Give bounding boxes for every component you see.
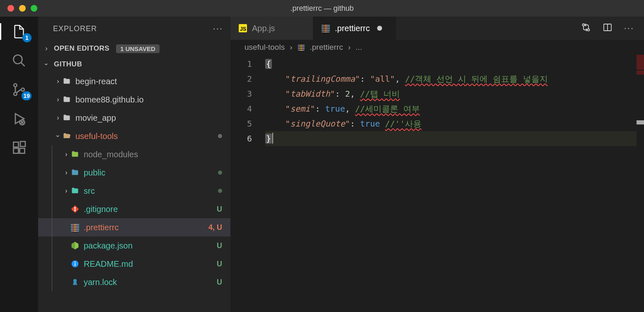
- unsaved-badge: 1 UNSAVED: [116, 44, 160, 53]
- code-line: {: [265, 56, 644, 71]
- explorer-badge: 1: [22, 33, 31, 42]
- line-number: 6: [230, 131, 265, 146]
- git-status: U: [217, 278, 222, 287]
- tree-label: package.json: [84, 241, 217, 251]
- svg-rect-7: [14, 142, 19, 147]
- tree-folder-src[interactable]: › src: [38, 182, 230, 200]
- line-number: 4: [230, 101, 265, 116]
- tree-folder-node-modules[interactable]: › node_modules: [38, 145, 230, 163]
- tree-label: public: [84, 168, 218, 178]
- chevron-right-icon: ›: [348, 43, 351, 52]
- tab-prettierrc[interactable]: .prettierrc: [313, 17, 396, 40]
- chevron-right-icon: ›: [62, 151, 70, 158]
- svg-point-3: [14, 93, 17, 96]
- yarn-icon: [70, 278, 80, 287]
- code-line: "tabWidth": 2, //탭 너비: [265, 86, 644, 101]
- editor-body[interactable]: 1 2 3 4 5 6 { "trailingComma": "all", //…: [230, 55, 644, 312]
- open-editors-label: OPEN EDITORS: [54, 44, 109, 53]
- folder-icon: [70, 168, 80, 177]
- editor-area: JS App.js .prettierrc ··· useful-tools ›…: [230, 17, 644, 312]
- svg-line-1: [21, 63, 25, 66]
- code-line: "singleQuote": true //''사용: [265, 116, 644, 131]
- maximize-window-button[interactable]: [31, 5, 37, 12]
- workspace-label: GITHUB: [54, 60, 82, 68]
- breadcrumb-rest[interactable]: ...: [356, 43, 362, 52]
- folder-icon: [62, 77, 71, 86]
- sidebar-more-icon[interactable]: ···: [213, 23, 223, 34]
- git-icon: [70, 205, 80, 214]
- compare-changes-icon[interactable]: [581, 22, 591, 34]
- breadcrumb-file[interactable]: .prettierrc: [310, 43, 343, 52]
- scm-activity-icon[interactable]: 19: [11, 81, 27, 98]
- tree-folder-begin-react[interactable]: › begin-react: [38, 72, 230, 90]
- chevron-down-icon: ›: [43, 60, 50, 68]
- tree-label: bomee88.github.io: [75, 95, 222, 105]
- prettier-icon: [322, 24, 330, 32]
- tree-label: yarn.lock: [84, 278, 217, 287]
- line-number: 2: [230, 71, 265, 86]
- minimize-window-button[interactable]: [19, 5, 26, 12]
- minimap-error-marker: [637, 55, 644, 70]
- code-content[interactable]: { "trailingComma": "all", //객체 선언 시 뒤에 쉼…: [265, 55, 644, 312]
- tree-file-prettierrc[interactable]: .prettierrc 4, U: [38, 218, 230, 236]
- close-window-button[interactable]: [7, 5, 14, 12]
- workspace-section[interactable]: › GITHUB: [38, 56, 230, 72]
- js-file-icon: JS: [239, 24, 247, 32]
- explorer-activity-icon[interactable]: 1: [11, 23, 27, 40]
- code-line: "semi": true, //세미콜론 여부: [265, 101, 644, 116]
- svg-rect-9: [20, 149, 25, 154]
- chevron-right-icon: ›: [62, 169, 70, 176]
- tab-app-js[interactable]: JS App.js: [230, 17, 313, 40]
- split-editor-icon[interactable]: [603, 22, 613, 34]
- tree-label: useful-tools: [75, 132, 218, 141]
- titlebar: .prettierrc — github: [0, 0, 644, 17]
- open-editors-section[interactable]: › OPEN EDITORS 1 UNSAVED: [38, 41, 230, 56]
- chevron-right-icon: ›: [54, 78, 62, 85]
- sidebar: EXPLORER ··· › OPEN EDITORS 1 UNSAVED › …: [38, 17, 230, 312]
- chevron-right-icon: ›: [290, 43, 292, 52]
- modified-dot-icon: [218, 171, 222, 175]
- tab-actions: ···: [581, 17, 644, 40]
- tree-folder-movie[interactable]: › movie_app: [38, 109, 230, 127]
- tree-file-yarn[interactable]: yarn.lock U: [38, 273, 230, 291]
- debug-activity-icon[interactable]: [11, 110, 27, 127]
- svg-rect-10: [20, 141, 25, 146]
- chevron-right-icon: ›: [54, 96, 62, 103]
- tree-file-gitignore[interactable]: .gitignore U: [38, 200, 230, 218]
- code-line: "trailingComma": "all", //객체 선언 시 뒤에 쉼표를…: [265, 71, 644, 86]
- tree-label: movie_app: [75, 113, 222, 123]
- minimap[interactable]: [637, 55, 644, 312]
- code-line: }: [265, 131, 644, 146]
- tree-folder-public[interactable]: › public: [38, 163, 230, 182]
- prettier-icon: [298, 44, 305, 51]
- tree-file-package[interactable]: package.json U: [38, 236, 230, 255]
- modified-dot-icon: [218, 189, 222, 193]
- sidebar-title: EXPLORER: [53, 24, 97, 33]
- chevron-right-icon: ›: [54, 114, 62, 122]
- nodejs-icon: [70, 241, 80, 250]
- git-status: 4, U: [208, 223, 222, 232]
- git-status: U: [217, 260, 222, 268]
- minimap-cursor-marker: [637, 120, 644, 124]
- git-status: U: [217, 241, 222, 250]
- line-number: 1: [230, 56, 265, 71]
- svg-point-4: [21, 88, 24, 91]
- breadcrumb-folder[interactable]: useful-tools: [245, 43, 285, 52]
- extensions-activity-icon[interactable]: [11, 139, 27, 156]
- folder-icon: [70, 186, 80, 195]
- tabs-bar: JS App.js .prettierrc ···: [230, 17, 644, 40]
- breadcrumbs[interactable]: useful-tools › .prettierrc › ...: [230, 40, 644, 55]
- tree-folder-bomee[interactable]: › bomee88.github.io: [38, 90, 230, 109]
- svg-point-0: [14, 55, 22, 64]
- tree-folder-useful-tools[interactable]: › useful-tools: [38, 127, 230, 145]
- search-activity-icon[interactable]: [11, 52, 27, 69]
- svg-point-2: [14, 84, 17, 87]
- minimap-error-marker: [637, 71, 644, 75]
- more-actions-icon[interactable]: ···: [624, 23, 634, 34]
- svg-point-16: [75, 262, 76, 263]
- modified-dot-icon: [218, 134, 222, 138]
- tree-label: README.md: [84, 259, 217, 269]
- tab-label: .prettierrc: [335, 24, 370, 33]
- git-status: U: [217, 205, 222, 214]
- tree-file-readme[interactable]: README.md U: [38, 255, 230, 273]
